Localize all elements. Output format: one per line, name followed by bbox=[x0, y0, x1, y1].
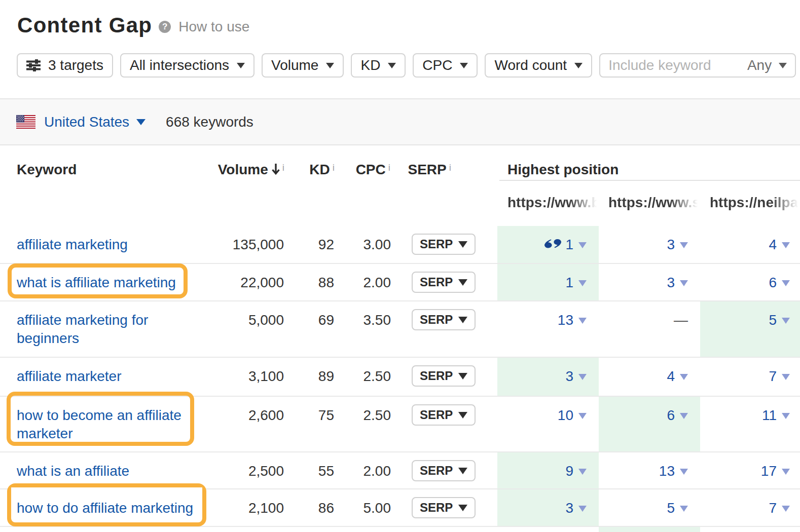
chevron-down-icon[interactable] bbox=[680, 374, 688, 380]
content-gap-page: Content Gap ? How to use 3 targets All i… bbox=[0, 0, 800, 532]
chevron-down-icon[interactable] bbox=[782, 280, 790, 286]
chevron-down-icon[interactable] bbox=[782, 469, 790, 475]
cpc-cell: 2.50 bbox=[334, 397, 391, 425]
kd-filter-dropdown[interactable]: KD bbox=[351, 53, 406, 78]
chevron-down-icon bbox=[458, 373, 467, 379]
keyword-link[interactable]: how to do affiliate marketing bbox=[17, 500, 193, 516]
info-icon[interactable]: i bbox=[449, 162, 451, 173]
position-cell: 10 bbox=[497, 397, 599, 451]
how-to-use-link[interactable]: How to use bbox=[178, 19, 249, 35]
position-value[interactable]: 13 bbox=[659, 463, 675, 479]
position-value[interactable]: 3 bbox=[667, 237, 675, 252]
position-value[interactable]: 17 bbox=[761, 463, 777, 479]
serp-dropdown-button[interactable]: SERP bbox=[412, 234, 476, 255]
position-value[interactable]: 3 bbox=[667, 275, 675, 290]
keyword-link[interactable]: affiliate marketing for beginners bbox=[17, 312, 148, 346]
position-value[interactable]: 3 bbox=[565, 500, 573, 516]
chevron-down-icon[interactable] bbox=[578, 506, 587, 512]
serp-dropdown-button[interactable]: SERP bbox=[412, 272, 476, 293]
featured-snippet-quote-icon bbox=[543, 238, 563, 250]
table-row: affiliate marketing135,000923.00SERP134 bbox=[0, 226, 800, 264]
chevron-down-icon[interactable] bbox=[578, 318, 587, 324]
position-cell: 7 bbox=[700, 489, 800, 526]
position-value[interactable]: 5 bbox=[667, 500, 675, 516]
volume-cell: 2,600 bbox=[193, 397, 284, 425]
chevron-down-icon[interactable] bbox=[680, 242, 688, 248]
volume-cell: 2,500 bbox=[193, 452, 284, 480]
include-keyword-input[interactable] bbox=[608, 57, 747, 73]
intersections-dropdown[interactable]: All intersections bbox=[120, 53, 254, 78]
match-mode-label[interactable]: Any bbox=[747, 57, 772, 73]
chevron-down-icon[interactable] bbox=[578, 469, 587, 475]
position-cell: 11 bbox=[700, 397, 800, 451]
volume-filter-dropdown[interactable]: Volume bbox=[262, 53, 344, 78]
serp-dropdown-button[interactable]: SERP bbox=[412, 404, 476, 426]
serp-label: SERP bbox=[420, 313, 453, 327]
position-value[interactable]: 6 bbox=[769, 275, 777, 290]
position-value[interactable]: 13 bbox=[558, 312, 573, 328]
chevron-down-icon[interactable] bbox=[680, 506, 688, 512]
position-value[interactable]: 4 bbox=[667, 368, 675, 384]
serp-dropdown-button[interactable]: SERP bbox=[412, 365, 476, 387]
keyword-link[interactable]: how to become an affiliate marketer bbox=[17, 407, 181, 441]
chevron-down-icon[interactable] bbox=[578, 242, 587, 248]
help-icon[interactable]: ? bbox=[159, 21, 171, 33]
chevron-down-icon[interactable] bbox=[782, 318, 790, 324]
chevron-down-icon[interactable] bbox=[779, 63, 787, 68]
chevron-down-icon[interactable] bbox=[782, 413, 790, 419]
chevron-down-icon bbox=[237, 63, 245, 68]
column-header-kd[interactable]: KDi bbox=[284, 161, 335, 179]
country-selector[interactable]: United States bbox=[44, 114, 129, 130]
target-url-1[interactable]: https://www.bi bbox=[507, 194, 599, 212]
serp-dropdown-button[interactable]: SERP bbox=[412, 309, 476, 330]
position-cell bbox=[497, 527, 599, 532]
filter-bar: 3 targets All intersections Volume KD CP… bbox=[17, 53, 796, 78]
serp-dropdown-button[interactable]: SERP bbox=[412, 460, 476, 481]
keyword-link[interactable]: affiliate marketer bbox=[17, 368, 121, 384]
column-header-volume[interactable]: Volumei bbox=[193, 161, 284, 179]
keyword-link[interactable]: what is affiliate marketing bbox=[17, 275, 176, 290]
position-value[interactable]: 9 bbox=[565, 463, 573, 479]
chevron-down-icon[interactable] bbox=[782, 374, 790, 380]
targets-button[interactable]: 3 targets bbox=[17, 53, 113, 78]
serp-dropdown-button[interactable]: SERP bbox=[412, 497, 476, 518]
chevron-down-icon[interactable] bbox=[136, 119, 146, 125]
position-value[interactable]: 7 bbox=[769, 368, 777, 384]
position-cell: 3 bbox=[599, 264, 700, 300]
position-value[interactable]: 1 bbox=[565, 237, 573, 252]
chevron-down-icon[interactable] bbox=[680, 413, 688, 419]
position-cell: 9 bbox=[497, 452, 599, 488]
table-header: Keyword Volumei KDi CPCi SERPi Highest p… bbox=[0, 145, 800, 226]
position-value[interactable]: 1 bbox=[565, 275, 573, 290]
position-value[interactable]: 4 bbox=[769, 237, 777, 252]
serp-cell: SERP bbox=[412, 234, 476, 255]
word-count-filter-dropdown[interactable]: Word count bbox=[485, 53, 592, 78]
position-cell: 13 bbox=[497, 301, 599, 357]
volume-cell: 22,000 bbox=[193, 264, 284, 292]
cpc-filter-dropdown[interactable]: CPC bbox=[413, 53, 478, 78]
position-value[interactable]: 6 bbox=[667, 407, 675, 423]
chevron-down-icon[interactable] bbox=[578, 374, 587, 380]
target-url-2[interactable]: https://www.sl bbox=[608, 194, 700, 212]
column-header-cpc[interactable]: CPCi bbox=[335, 161, 390, 179]
position-cell: — bbox=[599, 301, 700, 357]
cpc-cell: 2.00 bbox=[334, 264, 391, 292]
chevron-down-icon[interactable] bbox=[782, 506, 790, 512]
position-value[interactable]: 5 bbox=[769, 312, 777, 328]
chevron-down-icon[interactable] bbox=[578, 280, 587, 286]
position-value[interactable]: 10 bbox=[558, 407, 573, 423]
position-value[interactable]: 7 bbox=[769, 500, 777, 516]
column-header-keyword[interactable]: Keyword bbox=[17, 161, 77, 179]
keyword-link[interactable]: affiliate marketing bbox=[17, 237, 128, 252]
position-cell: 5 bbox=[700, 301, 800, 357]
chevron-down-icon[interactable] bbox=[680, 469, 688, 475]
chevron-down-icon[interactable] bbox=[680, 280, 688, 286]
position-value[interactable]: 11 bbox=[762, 407, 777, 423]
column-header-serp[interactable]: SERPi bbox=[390, 161, 451, 179]
keyword-link[interactable]: what is an affiliate bbox=[17, 463, 129, 479]
target-url-3[interactable]: https://neilpat bbox=[710, 194, 800, 212]
chevron-down-icon bbox=[458, 241, 467, 248]
chevron-down-icon[interactable] bbox=[578, 413, 587, 419]
chevron-down-icon[interactable] bbox=[782, 242, 790, 248]
position-value[interactable]: 3 bbox=[565, 368, 573, 384]
